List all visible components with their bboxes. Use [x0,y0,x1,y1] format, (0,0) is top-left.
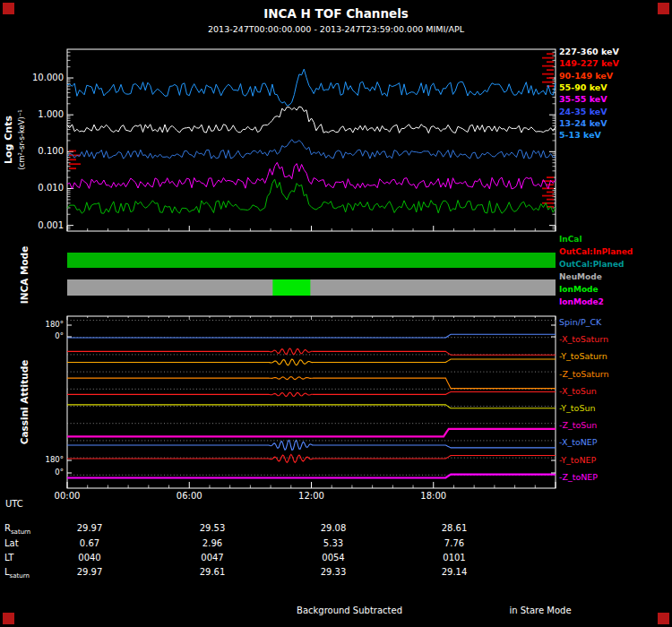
ephemeris-value: 29.61 [200,567,226,578]
energy-legend-label: 24-35 keV [559,107,607,117]
attitude-legend-label: -X_toSun [559,387,597,397]
energy-trace-35-55 keV [67,162,556,189]
mode-bar-segment [67,253,556,268]
ytick-label: 0.001 [38,220,64,231]
energy-trace-5-13 keV [67,69,556,106]
attitude-legend-label: -Z_toSun [559,421,597,431]
attitude-panel-border [67,316,556,488]
attitude-ytick-label: 180° [46,321,64,330]
mode-bar-segment [67,279,556,296]
ephemeris-value: 29.33 [321,567,347,578]
attitude-trace--Z_toSaturn [67,377,556,389]
attitude-ytick-label: 0° [55,468,64,477]
energy-legend-label: 55-90 keV [559,83,607,93]
ytick-label: 0.010 [38,184,64,194]
ephemeris-value: 29.97 [77,567,103,578]
ephemeris-value: 0.67 [80,538,99,549]
ephemeris-row-label: LT [4,553,13,563]
energy-trace-227-360 keV [67,107,556,133]
attitude-trace-Spin/P_CK [67,334,556,338]
ephemeris-value: 29.14 [442,567,468,578]
ephemeris-value: 29.53 [200,523,226,534]
attitude-panel-title: Cassini Attitude [19,360,30,445]
top-plot [67,49,556,231]
inca-tof-screen: INCA H TOF Channels 2013-247T00:00:00.00… [0,0,672,627]
attitude-ytick-label: 180° [46,456,64,465]
ephemeris-row-label: Lat [4,538,19,549]
ytick-label: 1.000 [38,109,64,120]
attitude-legend-label: -Y_toSaturn [559,352,607,362]
attitude-legend-label: -X_toSaturn [559,335,608,345]
ephemeris-value: 0101 [443,553,465,563]
ephemeris-value: 29.08 [321,523,347,534]
ephemeris-value: 0054 [322,553,344,563]
y-axis-units: (cm²-sr-s-keV)⁻¹ [17,109,26,170]
mode-panel-title: INCA Mode [19,246,30,304]
ephemeris-value: 5.33 [323,538,343,549]
x-tick-label: 18:00 [420,491,446,502]
attitude-legend-label: -Y_toNEP [559,456,596,466]
mode-legend-label: IonMode [559,285,599,294]
ephemeris-value: 0040 [78,553,100,563]
attitude-trace--X_toNEP [67,440,556,450]
ephemeris-value: 29.97 [77,523,103,534]
attitude-trace--Y_toSaturn [67,359,556,365]
energy-legend-label: 90-149 keV [559,72,613,82]
x-tick-label: 12:00 [298,491,324,502]
mode-legend-label: OutCal:Planed [559,260,624,269]
mode-legend-label: NeuMode [559,272,602,281]
attitude-legend-label: Spin/P_CK [559,318,601,328]
energy-trace-13-24 keV [67,140,556,159]
footer-note-center: Background Subtracted [297,606,402,615]
ephemeris-value: 7.76 [444,538,464,549]
ephemeris-value: 28.61 [442,523,468,534]
ephemeris-row-label: Rsaturn [4,523,30,536]
energy-legend-label: 149-227 keV [559,59,619,69]
attitude-trace--Y_toNEP [67,454,556,462]
ytick-label: 0.100 [38,147,64,158]
attitude-legend-label: -Y_toSun [559,404,595,414]
attitude-trace--X_toSun [67,392,556,397]
attitude-ytick-label: 0° [55,332,64,341]
x-tick-label: 00:00 [55,491,81,502]
mode-panel [67,253,556,296]
mode-bar-segment [272,279,310,296]
y-axis-title: Log Cnts [3,116,14,164]
attitude-trace--Y_toSun [67,405,556,408]
attitude-legend-label: -Z_toSaturn [559,370,609,380]
energy-legend-label: 35-55 keV [559,95,607,105]
attitude-panel [67,316,556,488]
energy-legend-label: 5-13 keV [559,131,601,141]
ytick-label: 10.000 [32,73,64,83]
ephemeris-value: 0047 [201,553,223,563]
top-plot-border [67,49,556,231]
mode-legend-label: OutCal:InPlaned [559,247,633,256]
x-axis-title: UTC [5,499,23,510]
attitude-trace--Z_toSun [67,429,556,437]
footer-note-right: in Stare Mode [509,606,571,615]
attitude-trace--Z_toNEP [67,475,556,478]
ephemeris-row-label: Lsaturn [4,567,30,580]
energy-legend-label: 13-24 keV [559,119,607,129]
attitude-trace--X_toSaturn [67,348,556,355]
energy-legend-label: 227-360 keV [559,47,619,57]
ephemeris-value: 2.96 [202,538,222,549]
attitude-legend-label: -X_toNEP [559,438,598,448]
x-tick-label: 06:00 [177,491,202,502]
attitude-legend-label: -Z_toNEP [559,473,598,483]
mode-legend-label: IonMode2 [559,297,604,306]
mode-legend-label: InCal [559,235,582,244]
